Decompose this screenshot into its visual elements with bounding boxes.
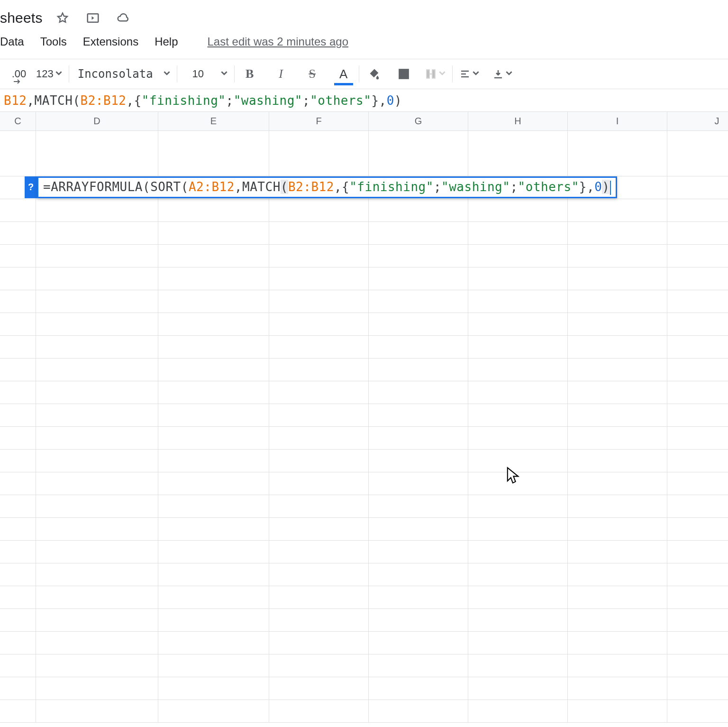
cell[interactable] xyxy=(0,472,36,495)
cell[interactable] xyxy=(269,245,369,267)
cell[interactable] xyxy=(36,700,158,723)
cell[interactable] xyxy=(269,427,369,450)
cell[interactable] xyxy=(36,131,158,176)
cell[interactable] xyxy=(0,313,36,336)
cell[interactable] xyxy=(0,450,36,472)
cell[interactable] xyxy=(158,700,269,723)
cell[interactable] xyxy=(369,359,468,381)
cell[interactable] xyxy=(269,267,369,290)
cell[interactable] xyxy=(0,541,36,563)
cell[interactable] xyxy=(667,290,728,313)
cell[interactable] xyxy=(36,654,158,677)
formula-help-button[interactable]: ? xyxy=(25,176,37,198)
cloud-status-icon[interactable] xyxy=(115,9,132,27)
cell[interactable] xyxy=(667,131,728,176)
cell[interactable] xyxy=(468,199,568,222)
cell[interactable] xyxy=(269,472,369,495)
cell[interactable] xyxy=(158,450,269,472)
cell[interactable] xyxy=(568,267,667,290)
cell[interactable] xyxy=(667,336,728,359)
cell[interactable] xyxy=(468,495,568,518)
strikethrough-button[interactable]: S xyxy=(304,65,321,83)
cell[interactable] xyxy=(667,609,728,632)
column-header[interactable]: G xyxy=(369,112,468,130)
cell[interactable] xyxy=(36,381,158,404)
cell[interactable] xyxy=(0,199,36,222)
cell[interactable] xyxy=(269,654,369,677)
formula-bar[interactable]: B12,MATCH(B2:B12,{"finishing";"washing";… xyxy=(0,89,728,112)
cell[interactable] xyxy=(369,336,468,359)
cell[interactable] xyxy=(269,359,369,381)
cell[interactable] xyxy=(269,290,369,313)
cell[interactable] xyxy=(568,609,667,632)
cell[interactable] xyxy=(269,381,369,404)
fill-color-button[interactable] xyxy=(366,65,383,83)
cell[interactable] xyxy=(0,586,36,609)
cell[interactable] xyxy=(158,404,269,427)
cell[interactable] xyxy=(0,427,36,450)
cell[interactable] xyxy=(158,199,269,222)
cell[interactable] xyxy=(269,518,369,541)
decrease-decimal-button[interactable]: .00 xyxy=(10,65,27,83)
cell[interactable] xyxy=(36,586,158,609)
cell[interactable] xyxy=(36,267,158,290)
cell[interactable] xyxy=(158,563,269,586)
cell[interactable] xyxy=(568,313,667,336)
cell[interactable] xyxy=(568,245,667,267)
cell[interactable] xyxy=(158,222,269,245)
vertical-align-button[interactable] xyxy=(492,65,512,83)
cell[interactable] xyxy=(36,563,158,586)
cell[interactable] xyxy=(0,563,36,586)
cell[interactable] xyxy=(568,404,667,427)
cell[interactable] xyxy=(269,222,369,245)
cell[interactable] xyxy=(568,381,667,404)
cell[interactable] xyxy=(568,290,667,313)
cell[interactable] xyxy=(667,359,728,381)
cell[interactable] xyxy=(369,131,468,176)
cell[interactable] xyxy=(269,632,369,654)
cell[interactable] xyxy=(568,199,667,222)
cell[interactable] xyxy=(369,609,468,632)
cell[interactable] xyxy=(667,313,728,336)
cell[interactable] xyxy=(568,427,667,450)
cell[interactable] xyxy=(158,541,269,563)
cell[interactable] xyxy=(36,472,158,495)
cell[interactable] xyxy=(468,700,568,723)
cell[interactable] xyxy=(369,677,468,700)
cell[interactable] xyxy=(158,518,269,541)
cell[interactable] xyxy=(369,245,468,267)
cell[interactable] xyxy=(36,199,158,222)
last-edit-link[interactable]: Last edit was 2 minutes ago xyxy=(208,35,349,48)
cell[interactable] xyxy=(667,381,728,404)
cell[interactable] xyxy=(36,677,158,700)
column-header[interactable]: C xyxy=(0,112,36,130)
cell[interactable] xyxy=(667,267,728,290)
cell[interactable] xyxy=(269,131,369,176)
cell[interactable] xyxy=(568,700,667,723)
cell[interactable] xyxy=(369,381,468,404)
cell[interactable] xyxy=(369,267,468,290)
cell[interactable] xyxy=(667,518,728,541)
cell[interactable] xyxy=(269,450,369,472)
cell[interactable] xyxy=(158,245,269,267)
cell[interactable] xyxy=(158,472,269,495)
cell[interactable] xyxy=(0,222,36,245)
cell[interactable] xyxy=(667,586,728,609)
cell[interactable] xyxy=(0,336,36,359)
cell[interactable] xyxy=(158,654,269,677)
cell[interactable] xyxy=(0,359,36,381)
cell[interactable] xyxy=(568,222,667,245)
cell[interactable] xyxy=(667,404,728,427)
cell[interactable] xyxy=(667,472,728,495)
cell[interactable] xyxy=(36,222,158,245)
cell[interactable] xyxy=(667,654,728,677)
cell[interactable] xyxy=(568,541,667,563)
cell[interactable] xyxy=(269,199,369,222)
cell[interactable] xyxy=(468,450,568,472)
cell[interactable] xyxy=(568,472,667,495)
cell[interactable] xyxy=(667,450,728,472)
cell[interactable] xyxy=(158,677,269,700)
cell[interactable] xyxy=(468,245,568,267)
cell[interactable] xyxy=(269,700,369,723)
doc-title[interactable]: sheets xyxy=(0,10,43,26)
